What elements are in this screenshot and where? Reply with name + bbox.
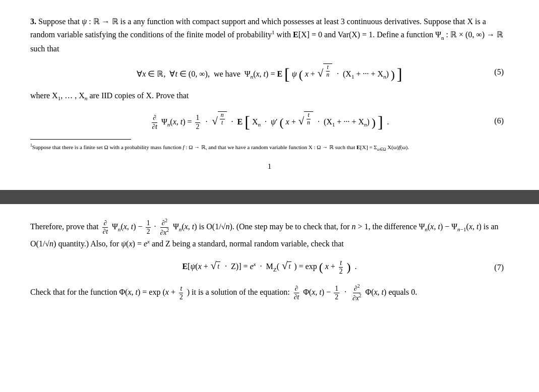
eq5-sqrt: √ t n [318,63,332,79]
eq7-content: E[ψ(x + √ t · Z)] = ex · MZ( √ t ) = exp… [182,259,356,276]
eq6-tag: (6) [494,116,504,125]
page-number: 1 [30,162,509,171]
dark-separator-bar [0,190,539,204]
lower-half: 1 2 [146,219,151,236]
eq5-right-bracket: ] [397,65,402,83]
eq6-sqrt-tn: √ t n [298,111,313,126]
problem-intro: 3. Suppose that ψ : ℝ → ℝ is a any funct… [30,15,509,55]
footnote-ref: 1 [272,29,275,35]
lower-partial-t: ∂ ∂t [101,219,109,236]
eq7-sqrt-t: √ t [211,260,220,271]
eq7-paren-right: ) [347,260,351,274]
eq7-sqrt-t2: √ t [282,260,291,271]
lower-para2: Check that for the function Φ(x, t) = ex… [30,284,509,302]
eq6-frac-nt: n t [220,112,225,126]
lower-para1: Therefore, prove that ∂ ∂t Ψn(x, t) − 1 … [30,218,509,250]
eq5-paren-left: ( [299,68,303,81]
eq6-partial-frac: ∂ ∂t [151,114,158,131]
eq6-bracket-left: [ [245,113,250,131]
eq5-content: ∀x ∈ ℝ, ∀t ∈ (0, ∞), we have Ψn(x, t) = … [137,63,402,81]
and-text: and [324,30,336,39]
eq6-bracket-right: ] [378,113,383,131]
equation-7-row: E[ψ(x + √ t · Z)] = ex · MZ( √ t ) = exp… [30,259,509,276]
equation-6-row: ∂ ∂t Ψn(x, t) = 1 2 · √ n t · E [ X [30,111,509,131]
page-content: 3. Suppose that ψ : ℝ → ℝ is a any funct… [0,0,539,186]
footnote-text: 1Suppose that there is a finite set Ω wi… [30,143,509,152]
where-text: where X1, … , Xn are IID copies of X. Pr… [30,89,509,103]
eq5-left-bracket: [ [284,65,290,83]
eq7-frac-t2: t 2 [338,259,344,276]
lower-section: Therefore, prove that ∂ ∂t Ψn(x, t) − 1 … [0,208,539,319]
eq5-tag: (5) [494,68,504,77]
lower-para2-partial-t: ∂ ∂t [293,285,301,302]
lower-partial2-x: ∂2 ∂x2 [159,218,170,237]
eq6-half: 1 2 [195,114,201,131]
eq6-inner-paren-left: ( [280,116,284,129]
equation-5-row: ∀x ∈ ℝ, ∀t ∈ (0, ∞), we have Ψn(x, t) = … [30,63,509,81]
footnote-divider [30,139,131,140]
eq7-paren-left: ( [319,260,323,274]
eq6-inner-paren-right: ) [372,116,376,129]
lower-para2-frac: t 2 [178,285,184,302]
eq5-paren-right: ) [391,68,395,81]
eq6-content: ∂ ∂t Ψn(x, t) = 1 2 · √ n t · E [ X [150,111,389,131]
eq6-frac-tn2: t n [306,112,311,126]
problem-number: 3. [30,17,36,26]
lower-para2-partial2: ∂2 ∂x2 [351,284,363,302]
eq7-tag: (7) [494,263,504,272]
eq5-frac-tn: t n [325,64,330,79]
eq6-sqrt-nt: √ n t [212,111,226,126]
lower-para2-half: 1 2 [334,285,339,302]
